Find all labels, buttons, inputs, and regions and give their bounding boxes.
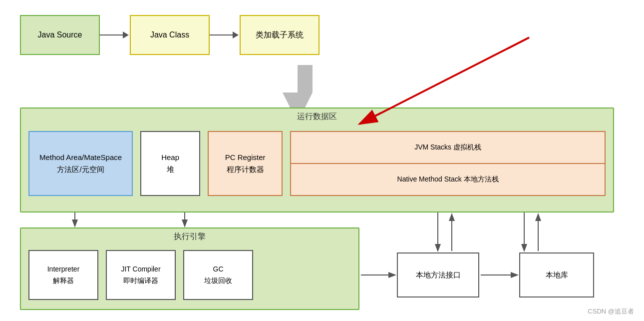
native-interface-box: 本地方法接口 [397, 252, 479, 298]
native-interface-label: 本地方法接口 [416, 270, 461, 280]
svg-rect-0 [298, 65, 313, 92]
arrow-class-to-classloader [210, 30, 240, 40]
runtime-area-label: 运行数据区 [21, 108, 613, 126]
jit-compiler-label: JIT Compiler即时编译器 [121, 264, 160, 286]
gc-box: GC垃圾回收 [183, 250, 253, 300]
java-source-label: Java Source [38, 30, 82, 40]
java-class-label: Java Class [150, 30, 189, 40]
arrow-source-to-class [100, 30, 130, 40]
class-loader-box: 类加载子系统 [240, 15, 320, 55]
jvm-stacks-group: JVM Stacks 虚拟机栈 Native Method Stack 本地方法… [290, 131, 606, 196]
native-lib-box: 本地库 [519, 252, 594, 298]
jvm-stacks-box: JVM Stacks 虚拟机栈 [290, 131, 606, 164]
diagram-container: Java Source Java Class 类加载子系统 运行数据区 Meth… [0, 0, 644, 321]
interpreter-box: Interpreter解释器 [28, 250, 98, 300]
watermark: CSDN @追豆者 [588, 307, 634, 316]
exec-area-label: 执行引擎 [21, 228, 358, 246]
native-lib-label: 本地库 [546, 270, 568, 280]
heap-label: Heap堆 [161, 152, 179, 176]
jvm-stacks-label: JVM Stacks 虚拟机栈 [414, 143, 481, 152]
runtime-data-area: 运行数据区 Method Area/MateSpace方法区/元空间 Heap堆… [20, 108, 614, 212]
java-source-box: Java Source [20, 15, 100, 55]
class-loader-label: 类加载子系统 [256, 30, 304, 40]
exec-inner-layout: Interpreter解释器 JIT Compiler即时编译器 GC垃圾回收 [21, 246, 358, 304]
method-area-box: Method Area/MateSpace方法区/元空间 [28, 131, 133, 196]
pc-register-box: PC Register程序计数器 [208, 131, 283, 196]
jit-compiler-box: JIT Compiler即时编译器 [106, 250, 176, 300]
java-class-box: Java Class [130, 15, 210, 55]
native-method-stack-box: Native Method Stack 本地方法栈 [290, 164, 606, 196]
runtime-inner-layout: Method Area/MateSpace方法区/元空间 Heap堆 PC Re… [21, 126, 613, 201]
gc-label: GC垃圾回收 [204, 264, 232, 286]
interpreter-label: Interpreter解释器 [47, 264, 80, 286]
svg-marker-1 [283, 92, 313, 108]
top-flow-row: Java Source Java Class 类加载子系统 [20, 15, 320, 55]
execution-engine-area: 执行引擎 Interpreter解释器 JIT Compiler即时编译器 GC… [20, 228, 359, 310]
pc-register-label: PC Register程序计数器 [225, 152, 266, 176]
method-area-label: Method Area/MateSpace方法区/元空间 [39, 152, 122, 176]
native-method-stack-label: Native Method Stack 本地方法栈 [397, 175, 499, 184]
heap-box: Heap堆 [140, 131, 200, 196]
